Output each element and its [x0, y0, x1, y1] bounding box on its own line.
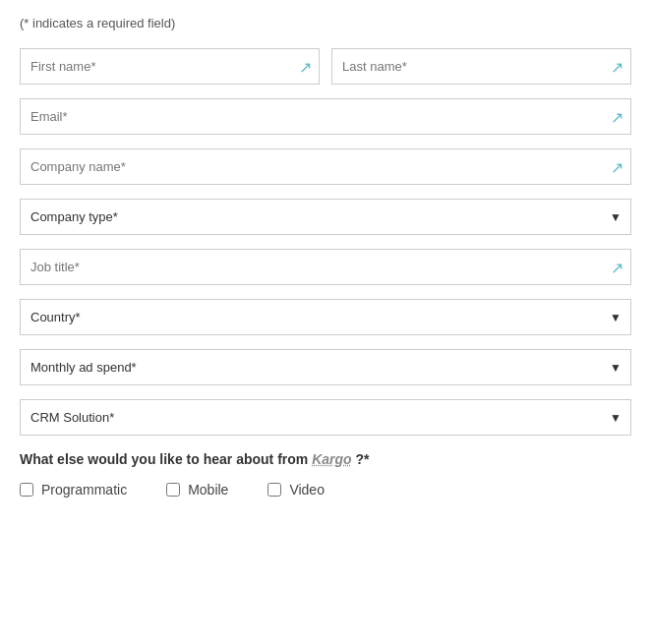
mobile-checkbox-label[interactable]: Mobile: [166, 482, 228, 498]
country-select[interactable]: Country* United States United Kingdom Ca…: [20, 299, 631, 335]
company-name-input[interactable]: [20, 148, 631, 185]
programmatic-checkbox[interactable]: [20, 483, 33, 497]
last-name-wrapper: ↗: [331, 48, 631, 85]
monthly-ad-spend-wrapper: Monthly ad spend* Less than $10K $10K - …: [20, 349, 631, 385]
crm-solution-select[interactable]: CRM Solution* Salesforce HubSpot Marketo…: [20, 399, 631, 436]
required-note: (* indicates a required field): [20, 16, 631, 30]
company-name-wrapper: ↗: [20, 148, 631, 185]
monthly-ad-spend-select[interactable]: Monthly ad spend* Less than $10K $10K - …: [20, 349, 631, 385]
job-title-wrapper: ↗: [20, 249, 631, 285]
question-text-prefix: What else would you like to hear about f…: [20, 451, 308, 467]
programmatic-checkbox-label[interactable]: Programmatic: [20, 482, 127, 498]
first-name-input[interactable]: [20, 48, 320, 85]
first-name-wrapper: ↗: [20, 48, 320, 85]
programmatic-label: Programmatic: [41, 482, 127, 498]
video-checkbox-label[interactable]: Video: [267, 482, 325, 498]
video-checkbox[interactable]: [267, 483, 281, 497]
company-type-select[interactable]: Company type* Agency Brand Publisher Oth…: [20, 199, 631, 235]
question-text-suffix: ?*: [356, 451, 370, 467]
email-wrapper: ↗: [20, 98, 631, 135]
name-row: ↗ ↗: [20, 48, 631, 85]
mobile-label: Mobile: [188, 482, 228, 498]
mobile-checkbox[interactable]: [166, 483, 180, 497]
checkbox-row: Programmatic Mobile Video: [20, 482, 631, 498]
video-label: Video: [289, 482, 325, 498]
job-title-input[interactable]: [20, 249, 631, 285]
what-else-question: What else would you like to hear about f…: [20, 449, 631, 470]
last-name-input[interactable]: [331, 48, 631, 85]
company-type-wrapper: Company type* Agency Brand Publisher Oth…: [20, 199, 631, 235]
crm-solution-wrapper: CRM Solution* Salesforce HubSpot Marketo…: [20, 399, 631, 436]
brand-name: Kargo: [312, 451, 351, 467]
email-input[interactable]: [20, 98, 631, 135]
country-wrapper: Country* United States United Kingdom Ca…: [20, 299, 631, 335]
